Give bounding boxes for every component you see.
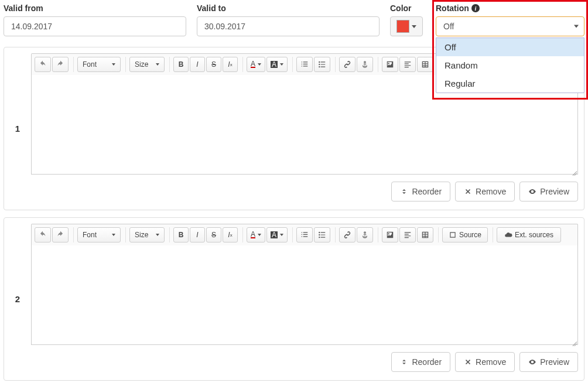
rotation-field: Rotation i Off Off Random Regular <box>436 4 584 36</box>
rotation-option-regular[interactable]: Regular <box>436 74 584 93</box>
size-dropdown[interactable]: Size <box>129 57 165 72</box>
strike-button[interactable]: S <box>206 57 221 72</box>
block-body: Font Size B I S Ix A A <box>31 218 584 380</box>
image-button[interactable] <box>382 227 398 242</box>
block-number: 1 <box>4 47 31 210</box>
rotation-select-value: Off <box>443 22 454 31</box>
chevron-down-icon <box>280 234 283 236</box>
image-button[interactable] <box>382 57 398 72</box>
eye-icon <box>528 187 536 196</box>
font-dropdown[interactable]: Font <box>77 227 121 242</box>
ordered-list-button[interactable] <box>296 57 313 72</box>
align-button[interactable] <box>399 227 416 242</box>
rotation-label-text: Rotation <box>436 4 469 13</box>
editor-textarea[interactable] <box>31 245 578 345</box>
chevron-down-icon <box>280 63 283 66</box>
svg-point-2 <box>319 66 320 67</box>
ext-sources-button[interactable]: Ext. sources <box>497 227 561 242</box>
remove-icon <box>464 187 472 196</box>
remove-button[interactable]: Remove <box>455 182 515 201</box>
color-swatch <box>396 20 409 33</box>
font-dropdown[interactable]: Font <box>77 57 121 72</box>
redo-button[interactable] <box>52 57 69 72</box>
color-picker-button[interactable] <box>390 16 423 36</box>
block-actions: Reorder Remove Preview <box>31 175 578 204</box>
chevron-down-icon <box>258 63 261 66</box>
bg-color-button[interactable]: A <box>266 227 288 242</box>
undo-button[interactable] <box>35 227 51 242</box>
rotation-select[interactable]: Off <box>436 16 584 36</box>
reorder-icon <box>400 358 408 366</box>
info-icon[interactable]: i <box>471 4 480 12</box>
bold-button[interactable]: B <box>173 227 189 242</box>
remove-icon <box>464 358 472 366</box>
anchor-button[interactable] <box>357 227 373 242</box>
bg-color-button[interactable]: A <box>266 57 288 72</box>
block-actions: Reorder Remove Preview <box>31 345 578 374</box>
remove-button[interactable]: Remove <box>455 352 515 372</box>
clear-format-button[interactable]: Ix <box>223 227 238 242</box>
reorder-button[interactable]: Reorder <box>391 182 450 201</box>
strike-button[interactable]: S <box>206 227 221 242</box>
chevron-down-icon <box>156 63 159 66</box>
ordered-list-button[interactable] <box>296 227 313 242</box>
rotation-option-off[interactable]: Off <box>436 38 584 56</box>
preview-button[interactable]: Preview <box>519 182 578 201</box>
table-button[interactable] <box>417 57 433 72</box>
text-color-button[interactable]: A <box>247 57 265 72</box>
svg-point-5 <box>319 237 320 238</box>
chevron-down-icon <box>156 234 159 236</box>
italic-button[interactable]: I <box>190 57 205 72</box>
resize-handle[interactable] <box>569 336 577 344</box>
clear-format-button[interactable]: Ix <box>223 57 238 72</box>
undo-button[interactable] <box>35 57 51 72</box>
reorder-button[interactable]: Reorder <box>391 352 450 372</box>
source-button[interactable]: Source <box>442 227 488 242</box>
valid-to-label: Valid to <box>197 4 380 13</box>
cloud-icon <box>504 231 512 239</box>
eye-icon <box>528 358 536 366</box>
chevron-down-icon <box>112 63 115 66</box>
redo-button[interactable] <box>52 227 69 242</box>
unordered-list-button[interactable] <box>314 57 330 72</box>
size-dropdown[interactable]: Size <box>129 227 165 242</box>
chevron-down-icon <box>112 234 115 236</box>
top-fields-row: Valid from Valid to Color Rotation i Off… <box>4 4 584 36</box>
valid-from-field: Valid from <box>4 4 186 36</box>
svg-point-1 <box>319 64 320 65</box>
svg-point-4 <box>319 234 320 235</box>
align-button[interactable] <box>399 57 416 72</box>
valid-to-field: Valid to <box>197 4 380 36</box>
link-button[interactable] <box>339 227 355 242</box>
resize-handle[interactable] <box>569 166 577 174</box>
source-icon <box>449 231 457 239</box>
editor-toolbar: Font Size B I S Ix A A <box>31 224 578 245</box>
color-label: Color <box>390 4 425 13</box>
table-button[interactable] <box>417 227 433 242</box>
chevron-down-icon <box>412 25 416 28</box>
valid-from-input[interactable] <box>4 16 186 36</box>
block-number: 2 <box>4 218 31 380</box>
rotation-dropdown: Off Random Regular <box>436 37 584 93</box>
chevron-down-icon <box>258 234 261 236</box>
unordered-list-button[interactable] <box>314 227 330 242</box>
italic-button[interactable]: I <box>190 227 205 242</box>
text-color-button[interactable]: A <box>247 227 265 242</box>
preview-button[interactable]: Preview <box>519 352 578 372</box>
reorder-icon <box>400 187 408 196</box>
rotation-label: Rotation i <box>436 4 584 13</box>
color-field: Color <box>390 4 425 36</box>
link-button[interactable] <box>339 57 355 72</box>
valid-from-label: Valid from <box>4 4 186 13</box>
valid-to-input[interactable] <box>197 16 380 36</box>
rotation-option-random[interactable]: Random <box>436 56 584 74</box>
svg-point-3 <box>319 232 320 233</box>
editor-block: 2 Font Size B I S Ix A A <box>4 217 584 381</box>
anchor-button[interactable] <box>357 57 373 72</box>
svg-point-0 <box>319 62 320 63</box>
bold-button[interactable]: B <box>173 57 189 72</box>
